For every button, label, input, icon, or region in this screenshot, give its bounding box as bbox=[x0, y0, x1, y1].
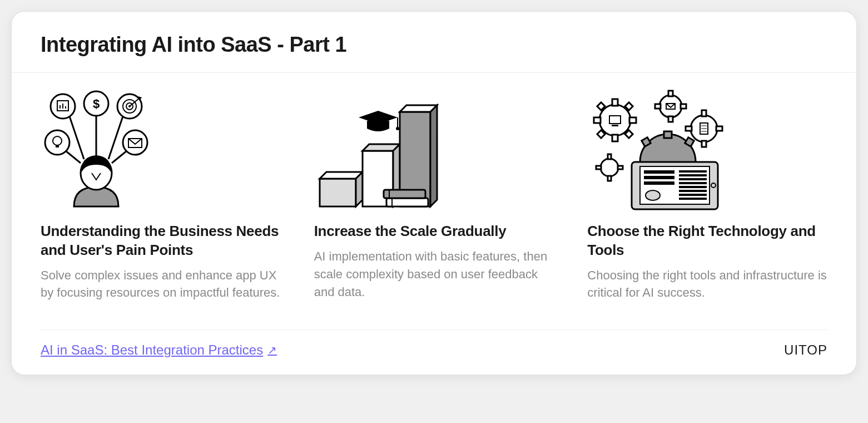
card-content: $ Understanding the Business Needs bbox=[12, 73, 856, 313]
footer-link-text: AI in SaaS: Best Integration Practices bbox=[41, 342, 263, 358]
column-description: Solve complex issues and enhance app UX … bbox=[41, 267, 281, 302]
card-footer: AI in SaaS: Best Integration Practices ↗… bbox=[41, 329, 827, 358]
svg-rect-19 bbox=[320, 179, 356, 206]
svg-rect-67 bbox=[644, 181, 674, 185]
info-card: Integrating AI into SaaS - Part 1 bbox=[11, 11, 857, 375]
svg-point-28 bbox=[599, 105, 631, 136]
column-description: AI implementation with basic features, t… bbox=[314, 248, 554, 301]
page-title: Integrating AI into SaaS - Part 1 bbox=[41, 33, 827, 57]
svg-rect-30 bbox=[612, 135, 618, 141]
external-link-icon: ↗ bbox=[267, 343, 277, 357]
svg-rect-43 bbox=[681, 104, 686, 109]
illustration-person-ideas-icon: $ bbox=[41, 90, 281, 212]
svg-point-23 bbox=[396, 127, 399, 130]
svg-rect-40 bbox=[668, 91, 673, 96]
svg-rect-55 bbox=[608, 154, 611, 159]
svg-point-54 bbox=[601, 159, 618, 176]
svg-rect-32 bbox=[629, 117, 636, 123]
svg-point-39 bbox=[659, 95, 682, 117]
svg-rect-38 bbox=[612, 125, 618, 126]
svg-rect-29 bbox=[612, 99, 618, 106]
svg-point-68 bbox=[646, 190, 660, 200]
svg-rect-70 bbox=[679, 174, 707, 176]
svg-rect-56 bbox=[608, 176, 611, 181]
column-title: Understanding the Business Needs and Use… bbox=[41, 222, 281, 260]
svg-rect-3 bbox=[56, 145, 59, 147]
svg-rect-71 bbox=[679, 178, 707, 180]
footer-link[interactable]: AI in SaaS: Best Integration Practices ↗ bbox=[41, 342, 277, 358]
brand-label: UITOP bbox=[784, 342, 827, 358]
svg-rect-58 bbox=[618, 166, 623, 169]
svg-rect-48 bbox=[686, 126, 692, 131]
column-description: Choosing the right tools and infrastruct… bbox=[587, 267, 827, 302]
svg-rect-24 bbox=[386, 198, 428, 206]
svg-text:$: $ bbox=[93, 97, 100, 111]
svg-rect-66 bbox=[644, 176, 674, 179]
svg-rect-46 bbox=[702, 110, 706, 116]
column-business-needs: $ Understanding the Business Needs bbox=[41, 90, 281, 302]
svg-rect-65 bbox=[644, 170, 674, 174]
svg-rect-72 bbox=[679, 182, 707, 184]
illustration-gears-tablet-icon bbox=[587, 90, 827, 212]
svg-rect-57 bbox=[596, 166, 601, 169]
svg-rect-42 bbox=[655, 104, 661, 109]
svg-rect-59 bbox=[664, 131, 672, 138]
svg-rect-49 bbox=[716, 126, 722, 131]
svg-rect-31 bbox=[594, 117, 601, 123]
svg-rect-73 bbox=[679, 186, 707, 188]
svg-rect-47 bbox=[702, 141, 706, 147]
svg-rect-69 bbox=[679, 170, 707, 173]
column-technology-tools: Choose the Right Technology and Tools Ch… bbox=[587, 90, 827, 302]
card-header: Integrating AI into SaaS - Part 1 bbox=[12, 12, 856, 73]
column-title: Choose the Right Technology and Tools bbox=[587, 222, 827, 260]
svg-rect-41 bbox=[668, 116, 673, 122]
svg-rect-25 bbox=[384, 190, 425, 198]
svg-rect-75 bbox=[679, 194, 707, 196]
column-scale-gradually: Increase the Scale Gradually AI implemen… bbox=[314, 90, 554, 302]
column-title: Increase the Scale Gradually bbox=[314, 222, 554, 241]
illustration-growth-bars-icon bbox=[314, 90, 554, 212]
svg-rect-74 bbox=[679, 190, 707, 192]
svg-rect-76 bbox=[679, 198, 707, 200]
